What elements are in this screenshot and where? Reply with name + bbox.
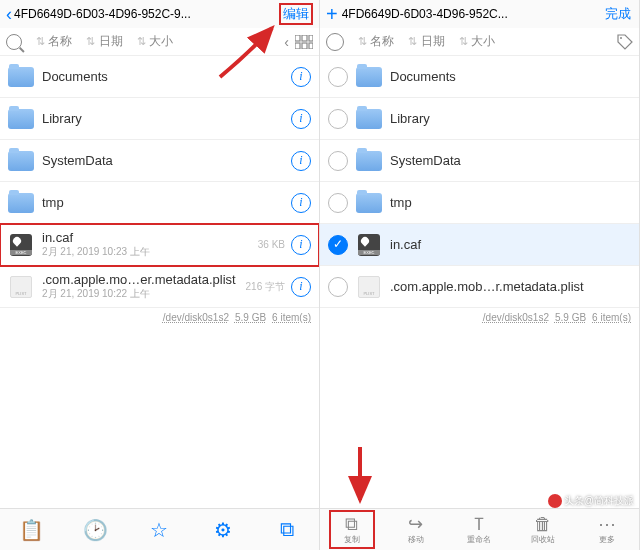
- add-icon[interactable]: +: [326, 3, 338, 26]
- toolbar-settings[interactable]: ⚙: [196, 520, 251, 540]
- select-circle[interactable]: [328, 151, 348, 171]
- toolbar-trash[interactable]: 🗑回收站: [518, 514, 568, 545]
- pane-right: + 4FD6649D-6D03-4D96-952C... 完成 ⇅ 名称 ⇅ 日…: [320, 0, 640, 550]
- toolbar-clipboard[interactable]: 📋: [4, 520, 59, 540]
- view-grid-icon[interactable]: [295, 35, 313, 49]
- folder-row[interactable]: Library i: [0, 98, 319, 140]
- toolbar-rename[interactable]: Ｔ重命名: [454, 514, 504, 545]
- select-circle[interactable]: [328, 193, 348, 213]
- select-circle-checked[interactable]: [328, 235, 348, 255]
- folder-row[interactable]: tmp: [320, 182, 639, 224]
- folder-row[interactable]: SystemData i: [0, 140, 319, 182]
- toolbar-history[interactable]: 🕑: [68, 520, 123, 540]
- folder-icon: [356, 108, 382, 130]
- folder-row[interactable]: Library: [320, 98, 639, 140]
- toolbar-copy[interactable]: ⧉复制: [327, 514, 377, 545]
- folder-row[interactable]: Documents: [320, 56, 639, 98]
- folder-icon: [356, 150, 382, 172]
- title-left: 4FD6649D-6D03-4D96-952C-9...: [14, 7, 279, 21]
- file-row-incaf[interactable]: in.caf2月 21, 2019 10:23 上午 36 KB i: [0, 224, 319, 266]
- search-icon[interactable]: [6, 34, 22, 50]
- toolbar-more[interactable]: ⋯更多: [582, 514, 632, 545]
- sort-date[interactable]: 日期: [99, 34, 123, 48]
- toolbar-left: 📋 🕑 ☆ ⚙ ⧉: [0, 508, 319, 550]
- folder-icon: [8, 192, 34, 214]
- svg-rect-3: [295, 43, 300, 49]
- info-icon[interactable]: i: [291, 67, 311, 87]
- file-row[interactable]: .com.apple.mo…er.metadata.plist2月 21, 20…: [0, 266, 319, 308]
- sortbar-left: ⇅ 名称 ⇅ 日期 ⇅ 大小 ‹: [0, 28, 319, 56]
- info-icon[interactable]: i: [291, 151, 311, 171]
- watermark: 头条@简科技派: [548, 494, 634, 508]
- folder-icon: [356, 192, 382, 214]
- back-icon[interactable]: ‹: [6, 4, 12, 25]
- edit-button[interactable]: 编辑: [279, 3, 313, 25]
- plist-icon: [8, 276, 34, 298]
- folder-row[interactable]: tmp i: [0, 182, 319, 224]
- sortbar-right: ⇅ 名称 ⇅ 日期 ⇅ 大小: [320, 28, 639, 56]
- tag-icon[interactable]: [617, 34, 633, 50]
- done-button[interactable]: 完成: [603, 5, 633, 23]
- watermark-avatar: [548, 494, 562, 508]
- info-icon[interactable]: i: [291, 193, 311, 213]
- pane-left: ‹ 4FD6649D-6D03-4D96-952C-9... 编辑 ⇅ 名称 ⇅…: [0, 0, 320, 550]
- sort-size[interactable]: 大小: [149, 34, 173, 48]
- svg-rect-1: [302, 35, 307, 41]
- folder-icon: [8, 108, 34, 130]
- topbar-left: ‹ 4FD6649D-6D03-4D96-952C-9... 编辑: [0, 0, 319, 28]
- svg-rect-4: [302, 43, 307, 49]
- folder-icon: [356, 66, 382, 88]
- toolbar-right: ⧉复制 ↪移动 Ｔ重命名 🗑回收站 ⋯更多: [320, 508, 639, 550]
- svg-rect-0: [295, 35, 300, 41]
- svg-rect-5: [309, 43, 313, 49]
- file-list-left: Documents i Library i SystemData i tmp i…: [0, 56, 319, 508]
- footer-info: /dev/disk0s1s25.9 GB6 item(s): [320, 308, 639, 327]
- folder-row[interactable]: SystemData: [320, 140, 639, 182]
- file-row-incaf[interactable]: in.caf: [320, 224, 639, 266]
- select-circle[interactable]: [328, 277, 348, 297]
- title-right: 4FD6649D-6D03-4D96-952C...: [342, 7, 603, 21]
- sort-name[interactable]: 名称: [48, 34, 72, 48]
- select-circle[interactable]: [328, 67, 348, 87]
- chevron-left-icon[interactable]: ‹: [284, 34, 289, 50]
- info-icon[interactable]: i: [291, 109, 311, 129]
- toolbar-move[interactable]: ↪移动: [391, 514, 441, 545]
- folder-icon: [8, 150, 34, 172]
- svg-point-6: [620, 37, 622, 39]
- exec-icon: [8, 234, 34, 256]
- select-all-icon[interactable]: [326, 33, 344, 51]
- folder-icon: [8, 66, 34, 88]
- file-row[interactable]: .com.apple.mob…r.metadata.plist: [320, 266, 639, 308]
- topbar-right: + 4FD6649D-6D03-4D96-952C... 完成: [320, 0, 639, 28]
- sort-date[interactable]: 日期: [421, 34, 445, 48]
- svg-rect-2: [309, 35, 313, 41]
- toolbar-favorite[interactable]: ☆: [132, 520, 187, 540]
- select-circle[interactable]: [328, 109, 348, 129]
- footer-info: /dev/disk0s1s25.9 GB6 item(s): [0, 308, 319, 327]
- plist-icon: [356, 276, 382, 298]
- sort-size[interactable]: 大小: [471, 34, 495, 48]
- folder-row[interactable]: Documents i: [0, 56, 319, 98]
- sort-name[interactable]: 名称: [370, 34, 394, 48]
- info-icon[interactable]: i: [291, 235, 311, 255]
- exec-icon: [356, 234, 382, 256]
- info-icon[interactable]: i: [291, 277, 311, 297]
- file-list-right: Documents Library SystemData tmp in.caf: [320, 56, 639, 508]
- toolbar-copy[interactable]: ⧉: [260, 520, 315, 540]
